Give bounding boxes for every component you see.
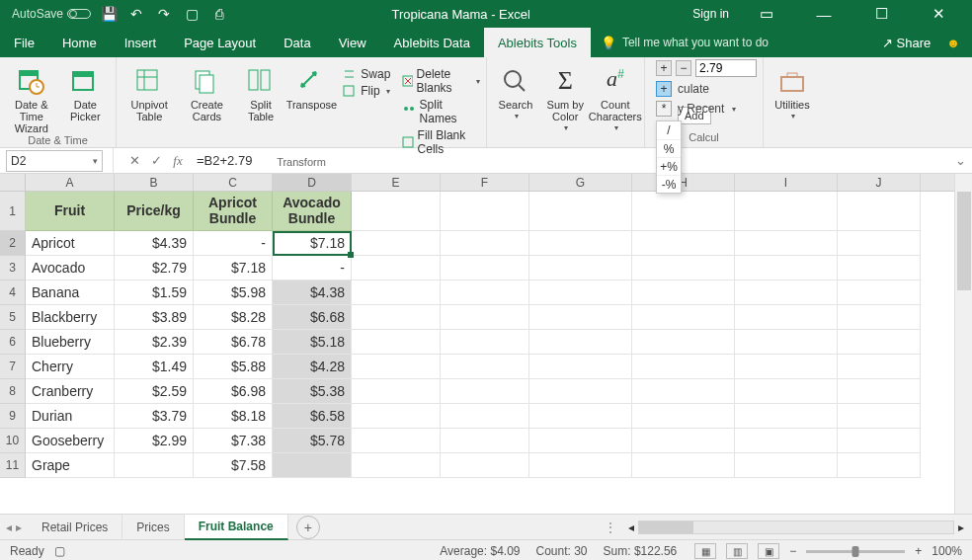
close-icon[interactable]: ✕	[919, 5, 958, 23]
col-header-J[interactable]: J	[838, 174, 921, 191]
cell[interactable]	[632, 231, 735, 256]
cell[interactable]	[529, 256, 632, 280]
tab-page-layout[interactable]: Page Layout	[170, 28, 270, 57]
hscroll-left-icon[interactable]: ◂	[624, 520, 638, 534]
create-cards-button[interactable]: Create Cards	[180, 63, 233, 122]
col-header-A[interactable]: A	[26, 174, 115, 191]
calc-value-input[interactable]	[695, 59, 757, 77]
cell[interactable]	[529, 429, 632, 453]
cell[interactable]	[352, 256, 441, 280]
maximize-icon[interactable]: ☐	[861, 5, 901, 23]
new-icon[interactable]: ▢	[182, 6, 202, 22]
cell[interactable]	[838, 453, 921, 478]
cell[interactable]	[735, 192, 838, 231]
calc-op-sub-percent[interactable]: -%	[657, 175, 681, 193]
row-header-10[interactable]: 10	[0, 429, 26, 453]
cell[interactable]	[352, 429, 441, 453]
cell[interactable]: $3.89	[115, 305, 194, 330]
col-header-F[interactable]: F	[441, 174, 529, 191]
calc-plus-button[interactable]: +	[656, 60, 672, 76]
cell[interactable]	[529, 192, 632, 231]
minimize-icon[interactable]: —	[804, 6, 844, 23]
calc-minus-button[interactable]: −	[676, 60, 691, 76]
cell[interactable]: $2.99	[115, 429, 194, 453]
cell[interactable]	[529, 404, 632, 429]
cell[interactable]	[529, 453, 632, 478]
zoom-level[interactable]: 100%	[932, 544, 962, 558]
calc-op-divide[interactable]: /	[657, 121, 681, 139]
cell[interactable]	[735, 280, 838, 305]
cell[interactable]	[352, 379, 441, 404]
cell[interactable]: $6.68	[273, 305, 352, 330]
tab-ablebits-tools[interactable]: Ablebits Tools	[484, 28, 591, 57]
view-break-icon[interactable]: ▣	[758, 543, 779, 559]
cell[interactable]: $4.38	[273, 280, 352, 305]
cell[interactable]: Apricot	[26, 231, 115, 256]
vertical-scrollbar[interactable]	[954, 174, 972, 514]
cell[interactable]: Gooseberry	[26, 429, 115, 453]
tab-file[interactable]: File	[0, 28, 48, 57]
add-sheet-button[interactable]: +	[296, 516, 320, 539]
row-header-3[interactable]: 3	[0, 256, 26, 280]
col-header-D[interactable]: D	[273, 174, 352, 191]
sheet-next-icon[interactable]: ▸	[16, 520, 22, 534]
fill-blank-cells-button[interactable]: Fill Blank Cells	[402, 128, 480, 156]
cell[interactable]	[735, 453, 838, 478]
cell[interactable]	[838, 305, 921, 330]
touch-icon[interactable]: ⎙	[209, 6, 229, 22]
cell[interactable]: Blueberry	[26, 330, 115, 355]
zoom-slider[interactable]	[806, 550, 905, 553]
date-picker-button[interactable]: Date Picker	[61, 63, 110, 122]
cell[interactable]	[529, 231, 632, 256]
cell[interactable]	[735, 256, 838, 280]
cell[interactable]	[441, 330, 529, 355]
tab-view[interactable]: View	[325, 28, 380, 57]
view-normal-icon[interactable]: ▦	[694, 543, 716, 559]
row-header-6[interactable]: 6	[0, 330, 26, 355]
cell[interactable]	[632, 330, 735, 355]
cell[interactable]: $2.79	[115, 256, 194, 280]
cell[interactable]: $6.78	[194, 330, 273, 355]
smile-icon[interactable]: ☻	[946, 36, 960, 50]
row-header-9[interactable]: 9	[0, 404, 26, 429]
row-header-7[interactable]: 7	[0, 355, 26, 379]
cell[interactable]	[352, 231, 441, 256]
row-header-4[interactable]: 4	[0, 280, 26, 305]
calc-op-add-percent[interactable]: +%	[657, 157, 681, 175]
tab-data[interactable]: Data	[270, 28, 324, 57]
name-box[interactable]: D2▾	[6, 150, 103, 172]
cell[interactable]	[441, 379, 529, 404]
cell[interactable]: $3.79	[115, 404, 194, 429]
cell[interactable]: $2.59	[115, 379, 194, 404]
cell[interactable]	[632, 355, 735, 379]
select-all-corner[interactable]	[0, 174, 26, 191]
cell[interactable]	[735, 330, 838, 355]
cell[interactable]: Cranberry	[26, 379, 115, 404]
cell[interactable]	[735, 429, 838, 453]
cell[interactable]	[632, 280, 735, 305]
redo-icon[interactable]: ↷	[154, 6, 174, 22]
cell[interactable]	[735, 305, 838, 330]
cell[interactable]	[529, 305, 632, 330]
cell[interactable]: $7.58	[194, 453, 273, 478]
ribbon-options-icon[interactable]: ▭	[747, 5, 786, 23]
sheet-prev-icon[interactable]: ◂	[6, 520, 12, 534]
cell[interactable]: $1.59	[115, 280, 194, 305]
cell[interactable]	[632, 379, 735, 404]
macro-record-icon[interactable]: ▢	[54, 544, 65, 558]
view-layout-icon[interactable]: ▥	[726, 543, 748, 559]
cell[interactable]: Blackberry	[26, 305, 115, 330]
split-table-button[interactable]: Split Table	[238, 63, 284, 122]
cell[interactable]: -	[273, 256, 352, 280]
cell[interactable]	[352, 305, 441, 330]
unpivot-table-button[interactable]: Unpivot Table	[122, 63, 176, 122]
cell[interactable]	[273, 453, 352, 478]
cell[interactable]: Fruit	[26, 192, 115, 231]
cell[interactable]	[352, 453, 441, 478]
row-header-2[interactable]: 2	[0, 231, 26, 256]
swap-button[interactable]: Swap	[343, 67, 390, 81]
cell[interactable]	[838, 231, 921, 256]
autosave-toggle[interactable]: AutoSave	[12, 7, 91, 21]
cell[interactable]: $5.38	[273, 379, 352, 404]
count-characters-button[interactable]: a# Count Characters▾	[593, 63, 639, 133]
